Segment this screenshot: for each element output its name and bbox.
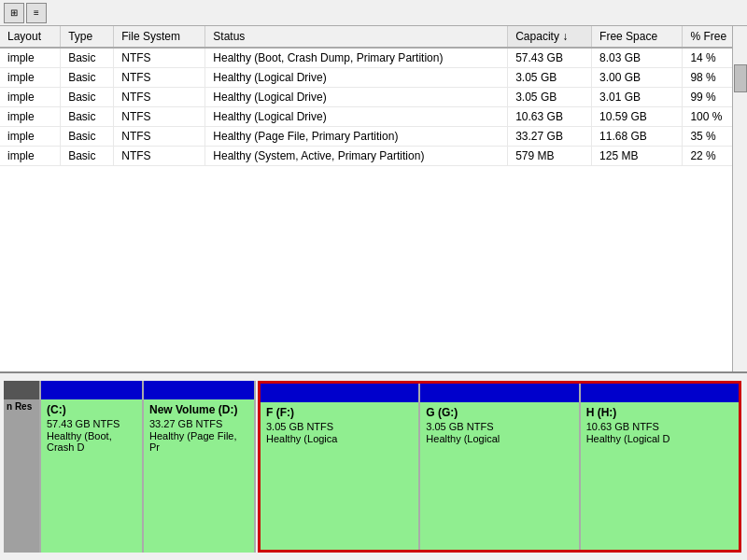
reserved-label: n Res xyxy=(7,401,36,412)
table-body: impleBasicNTFSHealthy (Boot, Crash Dump,… xyxy=(0,48,747,166)
partition-h-header xyxy=(581,384,739,402)
table-cell: Basic xyxy=(61,68,114,88)
partition-h-body: H (H:) 10.63 GB NTFS Healthy (Logical D xyxy=(581,402,739,550)
partition-f-status: Healthy (Logica xyxy=(266,433,413,444)
table-cell: Healthy (Logical Drive) xyxy=(205,68,508,88)
partition-h[interactable]: H (H:) 10.63 GB NTFS Healthy (Logical D xyxy=(581,384,739,550)
partition-g-status: Healthy (Logical xyxy=(426,433,572,444)
partition-g-header xyxy=(420,384,578,402)
table-cell: NTFS xyxy=(114,68,205,88)
table-cell: 3.01 GB xyxy=(592,88,683,107)
table-cell: imple xyxy=(0,107,61,127)
col-type[interactable]: Type xyxy=(61,26,114,48)
table-row[interactable]: impleBasicNTFSHealthy (Page File, Primar… xyxy=(0,127,747,147)
scrollbar-thumb[interactable] xyxy=(734,64,747,92)
table-row[interactable]: impleBasicNTFSHealthy (Logical Drive)3.0… xyxy=(0,68,747,88)
table-cell: Basic xyxy=(61,127,114,147)
table-cell: Basic xyxy=(61,88,114,107)
table-container[interactable]: Layout Type File System Status Capacity … xyxy=(0,26,747,371)
partition-d-body: New Volume (D:) 33.27 GB NTFS Healthy (P… xyxy=(144,399,254,553)
table-cell: NTFS xyxy=(114,88,205,107)
partition-d-label: New Volume (D:) xyxy=(149,403,248,416)
table-row[interactable]: impleBasicNTFSHealthy (System, Active, P… xyxy=(0,147,747,166)
disk-row: n Res (C:) 57.43 GB NTFS Healthy (Boot, … xyxy=(0,373,747,560)
scrollbar-track[interactable] xyxy=(732,26,747,371)
main-container: ⊞ ≡ Layout Type File System Status Capac… xyxy=(0,0,747,560)
table-cell: imple xyxy=(0,48,61,68)
table-cell: Basic xyxy=(61,147,114,166)
table-cell: Healthy (Page File, Primary Partition) xyxy=(205,127,508,147)
table-cell: NTFS xyxy=(114,48,205,68)
table-cell: 33.27 GB xyxy=(508,127,592,147)
toolbar-btn-1[interactable]: ⊞ xyxy=(4,3,24,23)
toolbar-btn-2[interactable]: ≡ xyxy=(26,3,47,23)
partition-c-status: Healthy (Boot, Crash D xyxy=(47,430,136,453)
partition-f-label: F (F:) xyxy=(266,406,413,419)
partition-d[interactable]: New Volume (D:) 33.27 GB NTFS Healthy (P… xyxy=(144,381,256,553)
partition-c-header xyxy=(41,381,142,399)
table-cell: 579 MB xyxy=(508,147,592,166)
table-header-row: Layout Type File System Status Capacity … xyxy=(0,26,747,48)
table-cell: imple xyxy=(0,127,61,147)
table-cell: Basic xyxy=(61,107,114,127)
reserved-partition[interactable]: n Res xyxy=(4,381,41,553)
partition-d-status: Healthy (Page File, Pr xyxy=(149,430,248,453)
table-cell: imple xyxy=(0,68,61,88)
table-cell: imple xyxy=(0,88,61,107)
table-cell: 125 MB xyxy=(592,147,683,166)
partition-g-size: 3.05 GB NTFS xyxy=(426,421,572,432)
table-cell: NTFS xyxy=(114,127,205,147)
table-row[interactable]: impleBasicNTFSHealthy (Logical Drive)10.… xyxy=(0,107,747,127)
table-cell: imple xyxy=(0,147,61,166)
reserved-header xyxy=(4,381,39,399)
col-status[interactable]: Status xyxy=(205,26,508,48)
table-cell: 11.68 GB xyxy=(592,127,683,147)
table-cell: Healthy (System, Active, Primary Partiti… xyxy=(205,147,508,166)
upper-panel: Layout Type File System Status Capacity … xyxy=(0,26,747,373)
partition-f-header xyxy=(261,384,418,402)
partition-h-size: 10.63 GB NTFS xyxy=(586,421,733,432)
partition-c-size: 57.43 GB NTFS xyxy=(47,418,136,429)
table-cell: 57.43 GB xyxy=(508,48,592,68)
partition-d-header xyxy=(144,381,254,399)
table-cell: Healthy (Logical Drive) xyxy=(205,107,508,127)
partition-c-body: (C:) 57.43 GB NTFS Healthy (Boot, Crash … xyxy=(41,399,142,553)
table-cell: 3.05 GB xyxy=(508,68,592,88)
table-cell: Healthy (Logical Drive) xyxy=(205,88,508,107)
lower-panel: n Res (C:) 57.43 GB NTFS Healthy (Boot, … xyxy=(0,373,747,560)
col-capacity[interactable]: Capacity ↓ xyxy=(508,26,592,48)
table-cell: 8.03 GB xyxy=(592,48,683,68)
partition-f-body: F (F:) 3.05 GB NTFS Healthy (Logica xyxy=(261,402,418,550)
col-layout[interactable]: Layout xyxy=(0,26,61,48)
col-filesystem[interactable]: File System xyxy=(114,26,205,48)
table-cell: 3.05 GB xyxy=(508,88,592,107)
table-cell: 10.59 GB xyxy=(592,107,683,127)
partition-d-size: 33.27 GB NTFS xyxy=(149,418,248,429)
partition-h-label: H (H:) xyxy=(586,406,733,419)
col-freespace[interactable]: Free Space xyxy=(592,26,683,48)
table-cell: NTFS xyxy=(114,107,205,127)
partition-g-body: G (G:) 3.05 GB NTFS Healthy (Logical xyxy=(420,402,578,550)
table-cell: NTFS xyxy=(114,147,205,166)
table-cell: Basic xyxy=(61,48,114,68)
partition-c[interactable]: (C:) 57.43 GB NTFS Healthy (Boot, Crash … xyxy=(41,381,144,553)
table-row[interactable]: impleBasicNTFSHealthy (Boot, Crash Dump,… xyxy=(0,48,747,68)
toolbar: ⊞ ≡ xyxy=(0,0,747,26)
selected-partitions-block: F (F:) 3.05 GB NTFS Healthy (Logica G (G… xyxy=(258,381,741,553)
table-row[interactable]: impleBasicNTFSHealthy (Logical Drive)3.0… xyxy=(0,88,747,107)
partition-table: Layout Type File System Status Capacity … xyxy=(0,26,747,166)
table-cell: 10.63 GB xyxy=(508,107,592,127)
reserved-body: n Res xyxy=(4,399,39,553)
partition-c-label: (C:) xyxy=(47,403,136,416)
partition-h-status: Healthy (Logical D xyxy=(586,433,733,444)
partition-f[interactable]: F (F:) 3.05 GB NTFS Healthy (Logica xyxy=(261,384,420,550)
partition-g[interactable]: G (G:) 3.05 GB NTFS Healthy (Logical xyxy=(420,384,580,550)
table-cell: Healthy (Boot, Crash Dump, Primary Parti… xyxy=(205,48,508,68)
partition-f-size: 3.05 GB NTFS xyxy=(266,421,413,432)
partition-g-label: G (G:) xyxy=(426,406,572,419)
table-cell: 3.00 GB xyxy=(592,68,683,88)
